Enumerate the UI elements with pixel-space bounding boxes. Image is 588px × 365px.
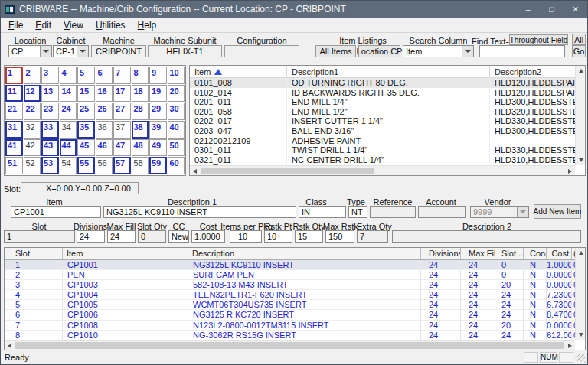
- slot-cell-58[interactable]: 58: [132, 157, 149, 174]
- item-list-col-0[interactable]: Item: [190, 66, 287, 77]
- slot-cell-37[interactable]: 37: [113, 121, 131, 139]
- cc-input[interactable]: New: [168, 230, 189, 243]
- table-row[interactable]: 0321_011NC-CENTER DRILL 1/4"HLD310,HLDDE…: [190, 155, 575, 165]
- slot-cell-16[interactable]: 16: [96, 85, 113, 103]
- slot-cell-54[interactable]: 54: [60, 157, 77, 174]
- item-list-col-1[interactable]: Description1: [287, 66, 490, 77]
- slot-cell-2[interactable]: 2: [24, 67, 41, 84]
- slot-table-col-3[interactable]: Divisions: [421, 248, 461, 260]
- slot-cell-10[interactable]: 10: [168, 67, 185, 84]
- table-row[interactable]: 7CP1008N123L2-0800-0012TM3115 INSERT2424…: [5, 321, 575, 331]
- slot-cell-44[interactable]: 44: [60, 139, 77, 157]
- table-row[interactable]: 2PENSURFCAM PEN24240N0.00000: [5, 270, 575, 280]
- slot-cell-3[interactable]: 3: [41, 67, 59, 84]
- slot-table-col-0[interactable]: Slot: [8, 248, 63, 260]
- slot-cell-31[interactable]: 31: [5, 121, 23, 139]
- slot-cell-32[interactable]: 32: [24, 121, 41, 139]
- hscroll-thumb[interactable]: [201, 168, 374, 174]
- slot-cell-26[interactable]: 26: [96, 103, 113, 120]
- item-list-col-2[interactable]: Description2: [490, 66, 585, 77]
- scroll-right-icon[interactable]: [565, 166, 575, 176]
- menu-view[interactable]: View: [57, 18, 90, 32]
- slot-cell-38[interactable]: 38: [132, 121, 149, 139]
- item-input[interactable]: CP1001: [11, 206, 101, 218]
- slot-cell-43[interactable]: 43: [41, 139, 59, 157]
- chevron-down-icon[interactable]: [462, 46, 473, 57]
- menu-file[interactable]: File: [2, 18, 29, 32]
- item-list-hscrollbar[interactable]: [190, 165, 575, 175]
- table-row[interactable]: 8CP1010NG-3062R RS15G INSERT242424N612.0…: [5, 331, 575, 340]
- slot-cell-8[interactable]: 8: [132, 67, 149, 84]
- max-rstk-input[interactable]: 150: [325, 230, 354, 243]
- table-row[interactable]: 4CP1004TEEN32PETR1-F620 INSERT242424N7.2…: [5, 290, 575, 300]
- slot-table-col-4[interactable]: Max Fill: [461, 248, 495, 260]
- slot-cell-19[interactable]: 19: [149, 85, 167, 103]
- resize-grip[interactable]: [577, 354, 586, 363]
- table-row[interactable]: 6CP1006NG3125 R KC720 INSERT242424N8.470…: [5, 310, 575, 320]
- slot-cell-51[interactable]: 51: [5, 157, 23, 174]
- slot-cell-6[interactable]: 6: [96, 67, 113, 84]
- slot-cell-42[interactable]: 42: [24, 139, 41, 157]
- slot-cell-15[interactable]: 15: [77, 85, 95, 103]
- slot-cell-48[interactable]: 48: [132, 139, 149, 157]
- slot-cell-29[interactable]: 29: [149, 103, 167, 120]
- type-input[interactable]: NT: [348, 206, 368, 218]
- slot-cell-39[interactable]: 39: [149, 121, 167, 139]
- slot-cell-30[interactable]: 30: [168, 103, 185, 120]
- slot-cell-13[interactable]: 13: [41, 85, 59, 103]
- slot-cell-22[interactable]: 22: [24, 103, 41, 120]
- table-row[interactable]: 0201_011END MILL 1/4"HLD300,HLDDESSTEEPT…: [190, 97, 575, 107]
- rstk-pt-input[interactable]: 10: [264, 230, 292, 243]
- slot-cell-50[interactable]: 50: [168, 139, 185, 157]
- slot-cell-5[interactable]: 5: [77, 67, 95, 84]
- slot-cell-45[interactable]: 45: [77, 139, 95, 157]
- cabinet-combo[interactable]: CP-1: [53, 45, 89, 57]
- slot-cell-53[interactable]: 53: [41, 157, 59, 174]
- slot-table-col-2[interactable]: Description: [188, 248, 421, 260]
- table-row[interactable]: 5CP1005WCMT06T304US735 INSERT242424N6.73…: [5, 300, 575, 310]
- slot-table-col-7[interactable]: Cost: [547, 248, 572, 260]
- rstk-qty-input[interactable]: 15: [295, 230, 323, 243]
- slot-cell-41[interactable]: 41: [5, 139, 23, 157]
- slot-cell-33[interactable]: 33: [41, 121, 59, 139]
- slot-cell-12[interactable]: 12: [24, 85, 41, 103]
- slot-cell-24[interactable]: 24: [60, 103, 77, 120]
- location-combo[interactable]: CP: [8, 45, 52, 57]
- menu-help[interactable]: Help: [132, 18, 163, 32]
- scroll-down-icon[interactable]: [576, 330, 586, 340]
- slot-cell-27[interactable]: 27: [113, 103, 131, 120]
- minimize-button[interactable]: –: [516, 1, 540, 18]
- slot-cell-9[interactable]: 9: [149, 67, 167, 84]
- all-items-button[interactable]: All Items: [315, 45, 356, 57]
- slot-cell-56[interactable]: 56: [96, 157, 113, 174]
- table-row[interactable]: 0202_017INSERT CUTTER 1 1/4"HLD330,HLDDE…: [190, 116, 575, 126]
- item-list-vscrollbar[interactable]: [575, 66, 585, 165]
- slot-cell-21[interactable]: 21: [5, 103, 23, 120]
- slot-cell-46[interactable]: 46: [96, 139, 113, 157]
- slot-cell-14[interactable]: 14: [60, 85, 77, 103]
- items-per-pkg-input[interactable]: 10: [230, 230, 262, 243]
- slot-cell-35[interactable]: 35: [77, 121, 95, 139]
- go-button[interactable]: Go: [572, 45, 586, 57]
- table-row[interactable]: 021200212109ADHESIVE PAINT: [190, 136, 575, 146]
- slot-cell-55[interactable]: 55: [77, 157, 95, 174]
- table-row[interactable]: 0201_058END MILL 1/2"HLD320,HLDDESSTEEPT…: [190, 107, 575, 117]
- slot-cell-60[interactable]: 60: [168, 157, 185, 174]
- search-column-combo[interactable]: Item: [403, 45, 474, 57]
- menu-edit[interactable]: Edit: [29, 18, 57, 32]
- scroll-up-icon[interactable]: [576, 66, 586, 76]
- divisions-input[interactable]: 24: [77, 230, 105, 243]
- table-row[interactable]: 1CP1001NG3125L KC9110 INSERT24240N1.0000…: [5, 260, 575, 270]
- slot-cell-49[interactable]: 49: [149, 139, 167, 157]
- table-row[interactable]: 0203_047BALL END 3/16"HLD300,HLDDESSTEEP…: [190, 126, 575, 136]
- close-button[interactable]: ✕: [564, 1, 587, 18]
- slot-table-col-5[interactable]: Slot ...: [495, 248, 524, 260]
- slot-cell-28[interactable]: 28: [132, 103, 149, 120]
- slot-table-hscrollbar[interactable]: [5, 340, 575, 350]
- slot-cell-47[interactable]: 47: [113, 139, 131, 157]
- table-row[interactable]: 3CP1003582-108-13 M43 INSERT242420N0.000…: [5, 280, 575, 290]
- table-row[interactable]: 0301_011TWIST DRILL 1 1/4"HLD330,HLDDESS…: [190, 145, 575, 155]
- class-input[interactable]: IN: [299, 206, 346, 218]
- menu-utilities[interactable]: Utilities: [90, 18, 132, 32]
- slot-cell-1[interactable]: 1: [5, 67, 23, 84]
